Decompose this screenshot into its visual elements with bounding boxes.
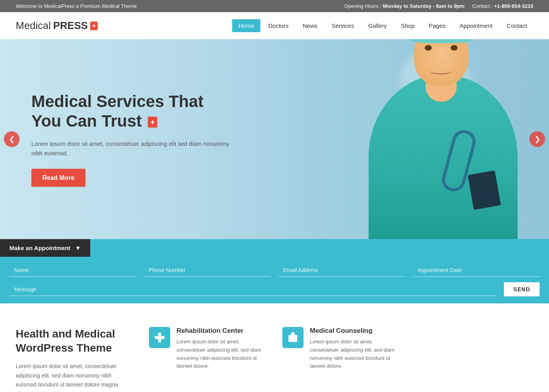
- bag-icon: [287, 332, 299, 343]
- hero-title-plus: +: [148, 117, 157, 128]
- nav-item-pages[interactable]: Pages: [423, 19, 452, 32]
- read-more-button[interactable]: Read More: [31, 169, 85, 187]
- cross-icon: [154, 332, 165, 343]
- counseling-text: Medical Counseling Lorem ipsum dolor sit…: [310, 327, 400, 370]
- svg-rect-1: [155, 336, 165, 339]
- phone-input[interactable]: [144, 264, 271, 277]
- doctor-image-area: [274, 39, 549, 239]
- appointment-form: SEND: [0, 257, 549, 303]
- main-nav: Home Doctors News Services Gallery Shop …: [232, 19, 533, 32]
- top-bar: Welcome to MedicalPress a Premium Medica…: [0, 0, 549, 12]
- date-input[interactable]: [413, 264, 540, 277]
- slider-prev-button[interactable]: ❮: [4, 131, 20, 147]
- hero-slider: Medical Services That You Can Trust + Lo…: [0, 39, 549, 239]
- name-input[interactable]: [9, 264, 136, 277]
- feature-main-description: Lorem ipsum dolor sit amet, consectetuer…: [16, 362, 133, 392]
- logo-text-bold: PRESS: [53, 20, 88, 32]
- send-button[interactable]: SEND: [504, 282, 540, 296]
- nav-item-news[interactable]: News: [296, 19, 324, 32]
- hero-title-normal: Medical Services: [31, 92, 164, 111]
- nav-item-home[interactable]: Home: [232, 19, 260, 32]
- nav-item-contact[interactable]: Contact: [500, 19, 533, 32]
- feature-main-title: Health and Medical WordPress Theme: [16, 327, 133, 356]
- nav-item-doctors[interactable]: Doctors: [262, 19, 295, 32]
- eye-left: [425, 45, 432, 51]
- rehabilitation-text: Rehabilitation Center Lorem ipsum dolor …: [176, 327, 267, 370]
- appointment-dropdown-arrow: ▼: [75, 245, 81, 251]
- logo[interactable]: MedicalPRESS +: [16, 20, 98, 32]
- eye-right: [451, 45, 458, 51]
- counseling-description: Lorem ipsum dolor sit amet, consectetuer…: [310, 338, 400, 370]
- logo-plus: +: [90, 22, 98, 30]
- appointment-message-row: SEND: [9, 282, 540, 296]
- contact-info: Contact : +1-800-654-3210: [472, 3, 533, 9]
- hero-title: Medical Services That You Can Trust +: [31, 92, 235, 131]
- rehabilitation-title: Rehabilitation Center: [176, 327, 267, 335]
- counseling-icon: [282, 327, 304, 348]
- opening-hours: Opening Hours : Monday to Saturday - 8am…: [344, 3, 464, 9]
- smile: [429, 67, 453, 74]
- feature-placeholder: [416, 327, 533, 392]
- appointment-fields-row: [9, 264, 540, 277]
- welcome-text: Welcome to MedicalPress a Premium Medica…: [16, 3, 137, 9]
- nav-item-shop[interactable]: Shop: [394, 19, 421, 32]
- appointment-toggle[interactable]: Make an Appointment ▼: [0, 239, 90, 257]
- feature-item-rehabilitation: Rehabilitation Center Lorem ipsum dolor …: [149, 327, 267, 392]
- nav-item-gallery[interactable]: Gallery: [362, 19, 393, 32]
- rehabilitation-description: Lorem ipsum dolor sit amet, consectetuer…: [176, 338, 267, 370]
- features-section: Health and Medical WordPress Theme Lorem…: [0, 303, 549, 392]
- counseling-title: Medical Counseling: [310, 327, 400, 335]
- feature-item-counseling: Medical Counseling Lorem ipsum dolor sit…: [282, 327, 400, 392]
- rehabilitation-icon: [149, 327, 170, 348]
- appointment-bar: Make an Appointment ▼ SEND: [0, 239, 549, 303]
- slider-next-button[interactable]: ❯: [529, 131, 545, 147]
- feature-main: Health and Medical WordPress Theme Lorem…: [16, 327, 133, 392]
- nav-item-appointment[interactable]: Appointment: [453, 19, 499, 32]
- email-input[interactable]: [278, 264, 405, 277]
- top-bar-right: Opening Hours : Monday to Saturday - 8am…: [344, 3, 533, 9]
- appointment-button-label: Make an Appointment: [9, 245, 70, 251]
- hero-content: Medical Services That You Can Trust + Lo…: [31, 92, 235, 187]
- nav-item-services[interactable]: Services: [325, 19, 360, 32]
- message-input[interactable]: [9, 283, 496, 296]
- logo-text-normal: Medical: [16, 20, 51, 32]
- header: MedicalPRESS + Home Doctors News Service…: [0, 12, 549, 39]
- hero-description: Lorem ipsum dolor sit amet, consectetuer…: [31, 139, 235, 158]
